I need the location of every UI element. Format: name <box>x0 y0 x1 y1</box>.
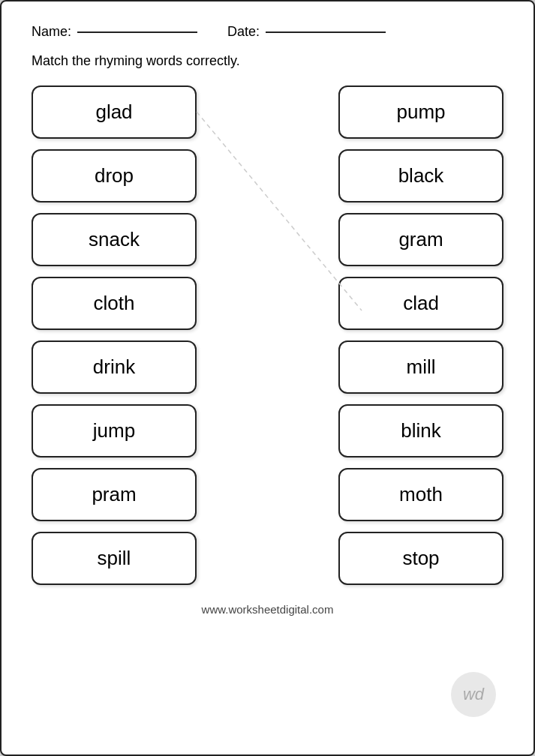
word-box-blink[interactable]: blink <box>338 404 503 458</box>
left-column: glad drop snack cloth drink jump pram sp… <box>32 86 197 585</box>
name-field: Name: <box>32 24 197 40</box>
svg-line-0 <box>197 112 362 310</box>
word-box-mill[interactable]: mill <box>338 340 503 394</box>
footer-text: www.worksheetdigital.com <box>32 603 503 616</box>
word-box-drink[interactable]: drink <box>32 340 197 394</box>
date-label: Date: <box>227 24 260 40</box>
word-box-snack[interactable]: snack <box>32 213 197 266</box>
date-underline[interactable] <box>266 32 386 33</box>
word-box-moth[interactable]: moth <box>338 468 503 521</box>
word-box-spill[interactable]: spill <box>32 532 197 585</box>
word-box-drop[interactable]: drop <box>32 149 197 202</box>
instructions-text: Match the rhyming words correctly. <box>32 53 503 69</box>
right-column: pump black gram clad mill blink moth sto… <box>338 86 503 585</box>
word-box-pump[interactable]: pump <box>338 86 503 139</box>
word-box-clad[interactable]: clad <box>338 277 503 330</box>
word-box-pram[interactable]: pram <box>32 468 197 521</box>
name-label: Name: <box>32 24 71 40</box>
worksheet-page: Name: Date: Match the rhyming words corr… <box>0 0 535 756</box>
word-box-cloth[interactable]: cloth <box>32 277 197 330</box>
word-box-jump[interactable]: jump <box>32 404 197 458</box>
word-box-black[interactable]: black <box>338 149 503 202</box>
word-box-gram[interactable]: gram <box>338 213 503 266</box>
watermark: wd <box>451 672 496 717</box>
date-field: Date: <box>227 24 386 40</box>
word-box-stop[interactable]: stop <box>338 532 503 585</box>
name-underline[interactable] <box>77 32 197 33</box>
word-box-glad[interactable]: glad <box>32 86 197 139</box>
header-row: Name: Date: <box>32 24 503 40</box>
word-columns: glad drop snack cloth drink jump pram sp… <box>32 86 503 585</box>
